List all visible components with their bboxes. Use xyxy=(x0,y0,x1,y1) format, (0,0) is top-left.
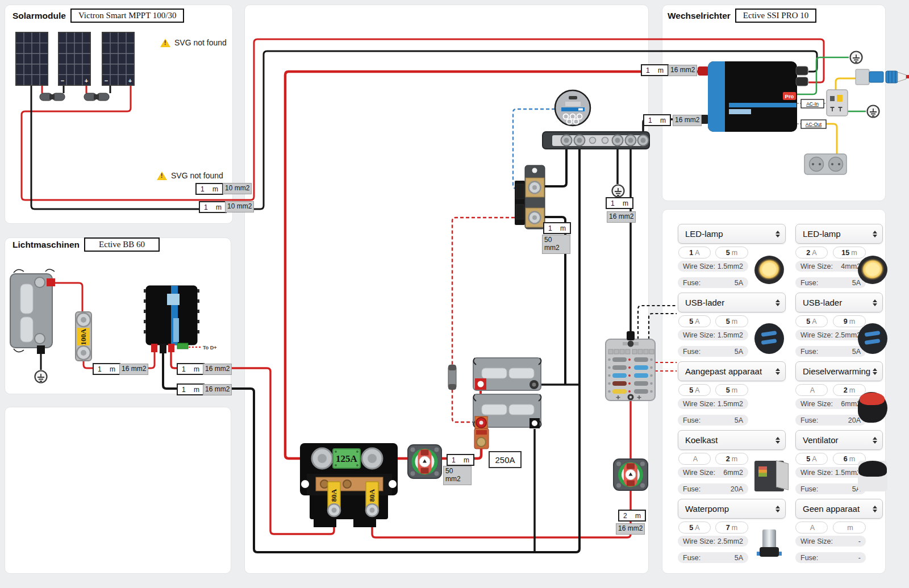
wire-length-label[interactable]: 1m xyxy=(641,64,669,76)
wire-size-row: Wire Size:2.5mm2 xyxy=(795,330,866,340)
amps-input[interactable]: 5 A xyxy=(795,453,828,465)
length-input[interactable]: m xyxy=(833,522,866,533)
device-select[interactable]: Waterpomp xyxy=(678,499,786,519)
device-select[interactable]: LED-lamp xyxy=(678,224,786,244)
device-select[interactable]: Ventilator xyxy=(795,430,883,450)
select-arrows-icon xyxy=(873,231,877,237)
fuse-250a-label: 250A xyxy=(489,451,522,468)
wire-length-label[interactable]: 1m xyxy=(447,454,474,466)
fuse-row: Fuse:5A xyxy=(678,346,748,357)
wire-size-label: 16 mm2 xyxy=(668,65,697,76)
usb-device-image xyxy=(754,323,784,354)
device-select[interactable]: Koelkast xyxy=(678,430,786,450)
wire-length-label[interactable]: 1m xyxy=(543,222,571,234)
heater-device-image xyxy=(858,392,887,423)
wire-size-row: Wire Size:1.5mm2 xyxy=(678,330,748,340)
select-arrows-icon xyxy=(873,506,877,512)
warning-text: SVG not found xyxy=(171,171,223,180)
device-select[interactable]: Dieselverwarming xyxy=(795,361,883,381)
wire-length-label[interactable]: 1m xyxy=(643,114,671,126)
wire-length-label[interactable]: 1m xyxy=(177,383,205,395)
alternator-model-box[interactable]: Ective BB 60 xyxy=(84,237,160,252)
select-arrows-icon xyxy=(775,299,780,306)
fuse-row: Fuse:20A xyxy=(678,483,748,494)
wire-size-row: Wire Size:6mm2 xyxy=(795,398,866,409)
device-select-value: Ventilator xyxy=(803,435,839,445)
amps-input[interactable]: 2 A xyxy=(795,247,828,258)
fuse-row: Fuse:5A xyxy=(795,483,866,494)
length-input[interactable]: 15m xyxy=(833,247,866,258)
amps-input[interactable]: A xyxy=(678,453,711,465)
wire-size-label: 16 mm2 xyxy=(616,523,645,535)
wire-length-label[interactable]: 1m xyxy=(606,197,633,209)
wire-size-label: 16 mm2 xyxy=(203,364,232,375)
fuse-row: Fuse:5A xyxy=(795,277,866,288)
select-arrows-icon xyxy=(775,506,780,512)
amps-input[interactable]: A xyxy=(795,522,828,533)
wire-length-label[interactable]: 1m xyxy=(195,183,223,195)
length-input[interactable]: 5m xyxy=(715,315,748,327)
device-select[interactable]: Aangepast apparaat xyxy=(678,361,786,381)
amps-input[interactable]: 5 A xyxy=(678,384,711,396)
wire-size-row: Wire Size:4mm2 xyxy=(795,261,866,272)
solar-model-box[interactable]: Victron Smart MPPT 100/30 xyxy=(70,9,185,23)
warning-icon xyxy=(160,39,170,47)
device-select[interactable]: LED-lamp xyxy=(795,224,883,244)
wire-size-label: 16 mm2 xyxy=(119,364,148,375)
wire-length-label[interactable]: 1m xyxy=(199,201,227,213)
empty-card xyxy=(5,407,231,574)
length-input[interactable]: 2m xyxy=(715,453,748,465)
device-cell: Ventilator 5 A 6m Wire Size:1.5mm2 Fuse:… xyxy=(795,430,825,461)
wire-size-label: 50mm2 xyxy=(443,466,472,485)
wire-size-row: Wire Size:1.5mm2 xyxy=(795,467,866,478)
device-select[interactable]: USB-lader xyxy=(795,293,883,312)
amps-input[interactable]: A xyxy=(795,384,828,396)
length-input[interactable]: 5m xyxy=(715,384,748,396)
length-input[interactable]: 7m xyxy=(715,522,748,533)
wire-size-row: Wire Size:- xyxy=(795,536,866,547)
wire-size-label: 50mm2 xyxy=(542,235,570,254)
wire-size-label: 10 mm2 xyxy=(223,183,252,194)
fuse-row: Fuse:- xyxy=(795,552,866,563)
device-cell: USB-lader 5 A 9m Wire Size:2.5mm2 Fuse:5… xyxy=(795,293,825,323)
fridge-device-image xyxy=(754,461,784,491)
wire-length-label[interactable]: 1m xyxy=(177,363,205,375)
length-input[interactable]: 2m xyxy=(833,384,866,396)
fuse-row: Fuse:5A xyxy=(678,552,748,563)
device-cell: Koelkast A 2m Wire Size:6mm2 Fuse:20A xyxy=(678,430,707,461)
device-select-value: Geen apparaat xyxy=(803,504,860,514)
wire-size-label: 16 mm2 xyxy=(203,384,232,395)
wire-size-row: Wire Size:2.5mm2 xyxy=(678,536,748,547)
device-select-value: LED-lamp xyxy=(803,229,841,239)
length-input[interactable]: 9m xyxy=(833,315,866,327)
inverter-card xyxy=(662,5,886,201)
fuse-row: Fuse:5A xyxy=(678,415,748,426)
fuse-row: Fuse:5A xyxy=(678,277,748,288)
device-select-value: Koelkast xyxy=(685,435,718,445)
select-arrows-icon xyxy=(873,437,877,444)
device-select[interactable]: Geen apparaat xyxy=(795,499,883,519)
inverter-model-box[interactable]: Ective SSI PRO 10 xyxy=(735,9,816,23)
length-input[interactable]: 5m xyxy=(715,247,748,258)
fan-device-image xyxy=(858,461,887,491)
pump-device-image xyxy=(754,529,784,560)
device-select-value: Waterpomp xyxy=(685,504,729,514)
amps-input[interactable]: 5 A xyxy=(678,315,711,327)
warning-text: SVG not found xyxy=(174,38,227,47)
amps-input[interactable]: 5 A xyxy=(795,315,828,327)
wire-size-row: Wire Size:1.5mm2 xyxy=(678,261,748,272)
device-cell: Dieselverwarming A 2m Wire Size:6mm2 Fus… xyxy=(795,361,825,392)
fuse-row: Fuse:20A xyxy=(795,415,866,426)
wire-size-label: 16 mm2 xyxy=(607,211,636,223)
device-select-value: Aangepast apparaat xyxy=(685,366,762,376)
amps-input[interactable]: 5 A xyxy=(678,522,711,533)
wire-length-label[interactable]: 2m xyxy=(618,510,646,522)
device-select[interactable]: USB-lader xyxy=(678,293,786,312)
wire-length-label[interactable]: 1m xyxy=(93,363,120,375)
inverter-title: Wechselrichter xyxy=(668,11,731,21)
diagram-card xyxy=(244,5,649,574)
device-select-value: LED-lamp xyxy=(685,229,723,239)
alternator-title: Lichtmaschinen xyxy=(12,240,80,250)
wire-size-label: 10 mm2 xyxy=(225,201,254,212)
amps-input[interactable]: 1 A xyxy=(678,247,711,258)
